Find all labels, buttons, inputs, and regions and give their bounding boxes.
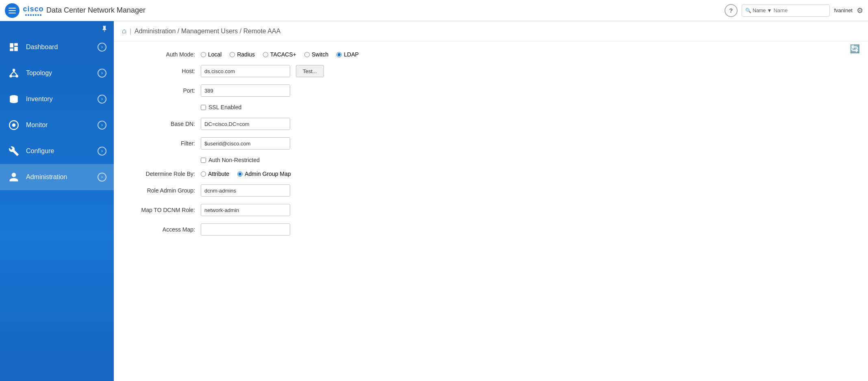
radio-local[interactable]: Local	[201, 51, 221, 58]
topology-icon	[7, 67, 20, 80]
radio-admin-group-map-input[interactable]	[237, 171, 243, 177]
dashboard-icon	[7, 41, 20, 54]
sidebar-item-dashboard-chevron[interactable]	[98, 43, 106, 52]
radio-switch[interactable]: Switch	[304, 51, 328, 58]
test-button[interactable]: Test...	[296, 65, 324, 77]
filter-row: Filter:	[126, 137, 467, 149]
radio-switch-label: Switch	[312, 51, 328, 58]
radio-tacacs-label: TACACS+	[270, 51, 296, 58]
ssl-label[interactable]: SSL Enabled	[208, 104, 241, 110]
auth-mode-radio-group: Local Radius TACACS+ Switch	[201, 51, 359, 58]
logo: cisco Data Center Network Manager	[24, 5, 145, 16]
configure-icon	[7, 145, 20, 158]
determine-role-radio-group: Attribute Admin Group Map	[201, 171, 291, 177]
port-row: Port:	[126, 84, 467, 97]
svg-rect-0	[9, 8, 16, 9]
svg-line-6	[11, 71, 14, 75]
menu-button[interactable]	[5, 3, 20, 18]
role-admin-group-label: Role Admin Group:	[126, 187, 195, 194]
radio-radius-label: Radius	[237, 51, 255, 58]
auth-mode-row: Auth Mode: Local Radius TACACS+	[126, 51, 467, 58]
monitor-icon	[7, 119, 20, 132]
determine-role-label: Determine Role By:	[126, 171, 195, 177]
role-admin-group-row: Role Admin Group:	[126, 184, 467, 197]
map-to-dcnm-input[interactable]	[201, 204, 290, 216]
auth-mode-label: Auth Mode:	[126, 51, 195, 58]
header: cisco Data Center Network Manager ? 🔍 Na…	[0, 0, 868, 21]
svg-point-11	[12, 123, 16, 127]
radio-attribute-input[interactable]	[201, 171, 206, 177]
access-map-input[interactable]	[201, 223, 290, 236]
map-to-dcnm-row: Map TO DCNM Role:	[126, 204, 467, 216]
svg-line-7	[14, 71, 17, 75]
cisco-logo: cisco	[24, 5, 43, 16]
search-bar[interactable]: 🔍 Name ▼	[742, 4, 830, 17]
sidebar-item-administration-label: Administration	[26, 173, 92, 181]
auth-non-restricted-row: Auth Non-Restricted	[201, 157, 467, 163]
search-filter-dropdown[interactable]: 🔍 Name ▼	[745, 8, 772, 13]
layout: Dashboard Topology Inventory	[0, 21, 868, 381]
base-dn-label: Base DN:	[126, 121, 195, 127]
main-content: ⌂ | Administration / Management Users / …	[114, 21, 868, 381]
app-title: Data Center Network Manager	[46, 6, 145, 15]
sidebar-item-configure-label: Configure	[26, 147, 92, 155]
inventory-icon	[7, 93, 20, 106]
host-label: Host:	[126, 68, 195, 74]
radio-radius[interactable]: Radius	[230, 51, 255, 58]
sidebar-item-monitor[interactable]: Monitor	[0, 112, 114, 138]
side-action-icon[interactable]: 🔄	[850, 44, 860, 54]
radio-switch-input[interactable]	[304, 52, 310, 57]
help-button[interactable]: ?	[725, 4, 738, 17]
breadcrumb: ⌂ | Administration / Management Users / …	[114, 21, 868, 41]
form-area: 🔄 Auth Mode: Local Radius TACACS+	[114, 41, 480, 253]
settings-icon[interactable]: ⚙	[857, 6, 863, 15]
sidebar-item-administration-chevron[interactable]	[98, 173, 106, 182]
radio-radius-input[interactable]	[230, 52, 235, 57]
sidebar-item-configure-chevron[interactable]	[98, 147, 106, 156]
auth-non-restricted-checkbox[interactable]	[201, 158, 206, 163]
radio-tacacs-input[interactable]	[263, 52, 268, 57]
filter-label: Filter:	[126, 140, 195, 147]
radio-ldap-input[interactable]	[336, 52, 342, 57]
host-row: Host: Test...	[126, 65, 467, 77]
radio-local-input[interactable]	[201, 52, 206, 57]
radio-attribute[interactable]: Attribute	[201, 171, 229, 177]
radio-ldap-label: LDAP	[344, 51, 359, 58]
home-icon[interactable]: ⌂	[122, 27, 126, 35]
radio-admin-group-map-label: Admin Group Map	[245, 171, 291, 177]
svg-rect-2	[9, 13, 16, 13]
host-input[interactable]	[201, 65, 290, 77]
radio-local-label: Local	[208, 51, 221, 58]
base-dn-row: Base DN:	[126, 118, 467, 130]
radio-admin-group-map[interactable]: Admin Group Map	[237, 171, 291, 177]
sidebar-item-topology[interactable]: Topology	[0, 60, 114, 86]
breadcrumb-path: Administration / Management Users / Remo…	[135, 28, 280, 35]
radio-tacacs[interactable]: TACACS+	[263, 51, 296, 58]
sidebar-item-administration[interactable]: Administration	[0, 164, 114, 190]
port-input[interactable]	[201, 84, 290, 97]
sidebar-item-dashboard[interactable]: Dashboard	[0, 34, 114, 60]
role-admin-group-input[interactable]	[201, 184, 290, 197]
sidebar-item-topology-label: Topology	[26, 69, 92, 77]
radio-ldap[interactable]: LDAP	[336, 51, 359, 58]
ssl-checkbox-row: SSL Enabled	[201, 104, 467, 110]
search-input[interactable]	[773, 7, 826, 13]
svg-point-3	[13, 69, 15, 71]
access-map-label: Access Map:	[126, 226, 195, 233]
sidebar-item-monitor-chevron[interactable]	[98, 121, 106, 130]
sidebar-item-configure[interactable]: Configure	[0, 138, 114, 164]
sidebar-item-inventory[interactable]: Inventory	[0, 86, 114, 112]
administration-icon	[7, 171, 20, 184]
svg-rect-1	[9, 10, 16, 11]
sidebar-pin[interactable]	[0, 21, 114, 34]
ssl-checkbox[interactable]	[201, 105, 206, 110]
sidebar-item-monitor-label: Monitor	[26, 121, 92, 129]
username-label: fvaninet	[834, 7, 853, 13]
auth-non-restricted-label[interactable]: Auth Non-Restricted	[208, 157, 260, 163]
port-label: Port:	[126, 87, 195, 94]
sidebar-item-topology-chevron[interactable]	[98, 69, 106, 78]
base-dn-input[interactable]	[201, 118, 290, 130]
sidebar-item-inventory-chevron[interactable]	[98, 95, 106, 104]
filter-input[interactable]	[201, 137, 290, 149]
radio-attribute-label: Attribute	[208, 171, 229, 177]
